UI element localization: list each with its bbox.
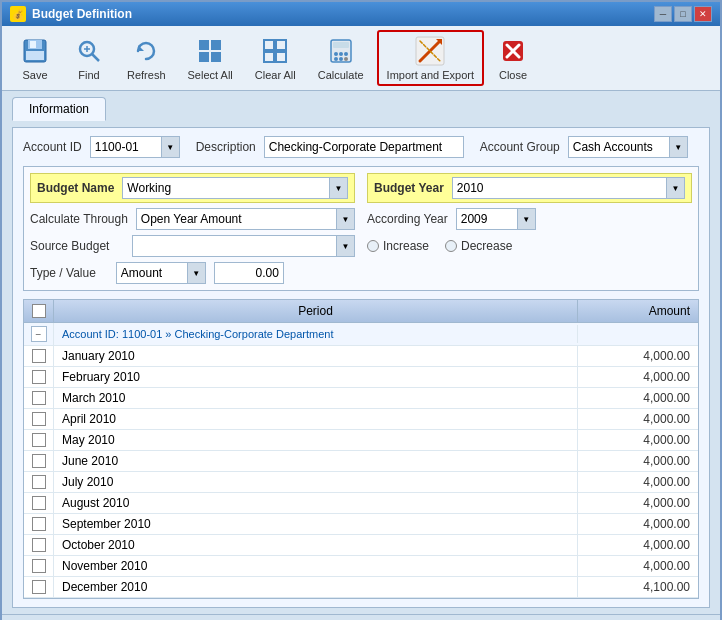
save-button[interactable]: Save: [10, 31, 60, 85]
budget-name-select[interactable]: ▼: [122, 177, 348, 199]
row-amount: 4,000.00: [578, 367, 698, 387]
source-budget-input[interactable]: [133, 238, 336, 254]
refresh-icon: [130, 35, 162, 67]
minimize-button[interactable]: ─: [654, 6, 672, 22]
row-checkbox[interactable]: [32, 391, 46, 405]
row-checkbox[interactable]: [32, 349, 46, 363]
row-checkbox[interactable]: [32, 559, 46, 573]
period-header: Period: [54, 300, 578, 322]
svg-point-23: [339, 57, 343, 61]
maximize-button[interactable]: □: [674, 6, 692, 22]
group-expand-button[interactable]: −: [31, 326, 47, 342]
close-button[interactable]: Close: [488, 31, 538, 85]
budget-year-label: Budget Year: [374, 181, 444, 195]
decrease-radio-circle[interactable]: [445, 240, 457, 252]
budget-year-dropdown-arrow[interactable]: ▼: [666, 178, 684, 198]
tab-information[interactable]: Information: [12, 97, 106, 121]
source-budget-label: Source Budget: [30, 239, 109, 253]
row-checkbox[interactable]: [32, 412, 46, 426]
clear-all-button[interactable]: Clear All: [246, 31, 305, 85]
account-id-input[interactable]: [91, 138, 161, 156]
row-checkbox[interactable]: [32, 433, 46, 447]
budget-year-row: Budget Year ▼: [367, 173, 692, 203]
decrease-radio[interactable]: Decrease: [445, 239, 512, 253]
select-all-button[interactable]: Select All: [179, 31, 242, 85]
decrease-label: Decrease: [461, 239, 512, 253]
type-value-row: Type / Value ▼: [30, 262, 355, 284]
budget-year-select[interactable]: ▼: [452, 177, 685, 199]
calculate-button[interactable]: Calculate: [309, 31, 373, 85]
account-id-field[interactable]: ▼: [90, 136, 180, 158]
account-group-field[interactable]: ▼: [568, 136, 688, 158]
budget-name-input[interactable]: [123, 180, 329, 196]
row-period: December 2010: [54, 577, 578, 597]
row-checkbox[interactable]: [32, 580, 46, 594]
svg-point-22: [334, 57, 338, 61]
amount-input[interactable]: [214, 262, 284, 284]
window-controls: ─ □ ✕: [654, 6, 712, 22]
table-row: September 2010 4,000.00: [24, 514, 698, 535]
type-select[interactable]: ▼: [116, 262, 206, 284]
account-id-dropdown[interactable]: ▼: [161, 137, 179, 157]
row-amount: 4,000.00: [578, 388, 698, 408]
save-label: Save: [22, 69, 47, 81]
account-group-input[interactable]: [569, 138, 669, 156]
calc-through-select[interactable]: ▼: [136, 208, 355, 230]
budget-name-dropdown-arrow[interactable]: ▼: [329, 178, 347, 198]
row-checkbox[interactable]: [32, 496, 46, 510]
svg-rect-3: [26, 51, 44, 60]
table-row: March 2010 4,000.00: [24, 388, 698, 409]
row-period: July 2010: [54, 472, 578, 492]
row-period: August 2010: [54, 493, 578, 513]
data-rows: January 2010 4,000.00 February 2010 4,00…: [24, 346, 698, 598]
select-all-icon: [194, 35, 226, 67]
svg-point-24: [344, 57, 348, 61]
content-area: Information Account ID ▼ Description Acc…: [2, 91, 720, 614]
increase-radio[interactable]: Increase: [367, 239, 429, 253]
type-arrow[interactable]: ▼: [187, 263, 205, 283]
svg-rect-14: [276, 40, 286, 50]
according-year-select[interactable]: ▼: [456, 208, 536, 230]
calc-through-arrow[interactable]: ▼: [336, 209, 354, 229]
svg-point-20: [339, 52, 343, 56]
row-checkbox[interactable]: [32, 475, 46, 489]
title-bar: 💰 Budget Definition ─ □ ✕: [2, 2, 720, 26]
import-export-button[interactable]: Import and Export: [377, 30, 484, 86]
svg-rect-15: [264, 52, 274, 62]
close-label: Close: [499, 69, 527, 81]
row-check-cell: [24, 472, 54, 492]
title-bar-left: 💰 Budget Definition: [10, 6, 132, 22]
table-row: August 2010 4,000.00: [24, 493, 698, 514]
table-row: January 2010 4,000.00: [24, 346, 698, 367]
window-close-button[interactable]: ✕: [694, 6, 712, 22]
info-panel: Account ID ▼ Description Account Group ▼: [12, 127, 710, 608]
according-year-input[interactable]: [457, 211, 517, 227]
row-check-cell: [24, 430, 54, 450]
find-button[interactable]: Find: [64, 31, 114, 85]
calc-through-input[interactable]: [137, 211, 336, 227]
header-checkbox[interactable]: [32, 304, 46, 318]
row-checkbox[interactable]: [32, 454, 46, 468]
row-amount: 4,000.00: [578, 514, 698, 534]
according-year-label: According Year: [367, 212, 448, 226]
budget-year-input[interactable]: [453, 180, 666, 196]
type-input[interactable]: [117, 265, 187, 281]
row-checkbox[interactable]: [32, 517, 46, 531]
according-year-arrow[interactable]: ▼: [517, 209, 535, 229]
row-check-cell: [24, 367, 54, 387]
increase-radio-circle[interactable]: [367, 240, 379, 252]
refresh-button[interactable]: Refresh: [118, 31, 175, 85]
source-budget-select[interactable]: ▼: [132, 235, 355, 257]
source-budget-arrow[interactable]: ▼: [336, 236, 354, 256]
table-header: Period Amount: [24, 300, 698, 323]
tab-bar: Information: [12, 97, 710, 121]
row-checkbox[interactable]: [32, 538, 46, 552]
description-input[interactable]: [264, 136, 464, 158]
select-all-label: Select All: [188, 69, 233, 81]
row-period: March 2010: [54, 388, 578, 408]
account-group-dropdown[interactable]: ▼: [669, 137, 687, 157]
row-checkbox[interactable]: [32, 370, 46, 384]
svg-rect-12: [211, 52, 221, 62]
svg-rect-16: [276, 52, 286, 62]
table-row: April 2010 4,000.00: [24, 409, 698, 430]
